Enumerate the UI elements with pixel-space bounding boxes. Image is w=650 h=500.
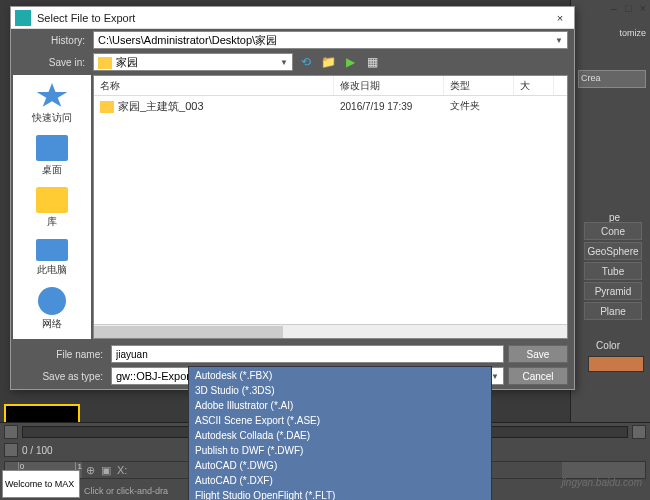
- dd-dae[interactable]: Autodesk Collada (*.DAE): [189, 427, 491, 442]
- save-button[interactable]: Save: [508, 345, 568, 363]
- key-icon[interactable]: [4, 443, 18, 457]
- dd-ai[interactable]: Adobe Illustrator (*.AI): [189, 397, 491, 412]
- saveastype-label: Save as type:: [17, 371, 107, 382]
- dd-dwg[interactable]: AutoCAD (*.DWG): [189, 457, 491, 472]
- file-list[interactable]: 名称 修改日期 类型 大 家园_主建筑_003 2016/7/19 17:39 …: [93, 75, 568, 339]
- x-coord-label: X:: [117, 464, 127, 476]
- welcome-panel: Welcome to MAX: [2, 470, 80, 498]
- cancel-button[interactable]: Cancel: [508, 367, 568, 385]
- dd-dxf[interactable]: AutoCAD (*.DXF): [189, 472, 491, 487]
- col-size[interactable]: 大: [514, 76, 554, 95]
- col-type[interactable]: 类型: [444, 76, 514, 95]
- color-label: Color: [596, 340, 620, 351]
- col-date[interactable]: 修改日期: [334, 76, 444, 95]
- dialog-title: Select File to Export: [31, 12, 550, 24]
- timeline-next-icon[interactable]: [632, 425, 646, 439]
- sidebar-item-network[interactable]: 网络: [13, 283, 91, 335]
- chevron-down-icon: ▼: [491, 372, 499, 381]
- export-dialog: Select File to Export × History: C:\User…: [10, 6, 575, 390]
- history-label: History:: [17, 35, 89, 46]
- new-folder-icon[interactable]: ▶: [341, 53, 359, 71]
- folder-icon: [36, 187, 68, 213]
- scrollbar-thumb[interactable]: [94, 326, 283, 338]
- dd-ase[interactable]: ASCII Scene Export (*.ASE): [189, 412, 491, 427]
- col-name[interactable]: 名称: [94, 76, 334, 95]
- chevron-down-icon: ▼: [555, 36, 563, 45]
- network-icon: [38, 287, 66, 315]
- folder-icon: [98, 57, 112, 69]
- minimize-icon[interactable]: –: [611, 2, 617, 14]
- maximize-icon[interactable]: □: [625, 2, 632, 14]
- create-tab[interactable]: Crea: [578, 70, 646, 88]
- places-sidebar: 快速访问 桌面 库 此电脑 网络: [13, 75, 91, 339]
- sidebar-item-desktop[interactable]: 桌面: [13, 131, 91, 181]
- filetype-dropdown[interactable]: Autodesk (*.FBX) 3D Studio (*.3DS) Adobe…: [188, 366, 492, 500]
- sidebar-item-thispc[interactable]: 此电脑: [13, 235, 91, 281]
- dd-3ds[interactable]: 3D Studio (*.3DS): [189, 382, 491, 397]
- monitor-icon: [36, 135, 68, 161]
- filename-label: File name:: [17, 349, 107, 360]
- tool-icon-2[interactable]: ▣: [101, 464, 111, 477]
- color-swatch[interactable]: [588, 356, 644, 372]
- pc-icon: [36, 239, 68, 261]
- close-icon[interactable]: ×: [640, 2, 646, 14]
- dialog-close-icon[interactable]: ×: [550, 8, 570, 28]
- cone-button[interactable]: Cone: [584, 222, 642, 240]
- app-icon: [15, 10, 31, 26]
- file-row[interactable]: 家园_主建筑_003 2016/7/19 17:39 文件夹: [94, 96, 567, 116]
- plane-button[interactable]: Plane: [584, 302, 642, 320]
- savein-label: Save in:: [17, 57, 89, 68]
- savein-value: 家园: [116, 56, 138, 68]
- savein-combo[interactable]: 家园 ▼: [93, 53, 293, 71]
- scrollbar[interactable]: [94, 324, 567, 338]
- history-value: C:\Users\Administrator\Desktop\家园: [98, 33, 277, 48]
- pyramid-button[interactable]: Pyramid: [584, 282, 642, 300]
- menu-customize[interactable]: tomize: [619, 28, 646, 38]
- back-icon[interactable]: ⟲: [297, 53, 315, 71]
- geosphere-button[interactable]: GeoSphere: [584, 242, 642, 260]
- dd-dwf[interactable]: Publish to DWF (*.DWF): [189, 442, 491, 457]
- status-hint: Click or click-and-dra: [84, 486, 168, 496]
- tube-button[interactable]: Tube: [584, 262, 642, 280]
- frame-counter: 0 / 100: [22, 445, 53, 456]
- history-combo[interactable]: C:\Users\Administrator\Desktop\家园 ▼: [93, 31, 568, 49]
- dd-flt[interactable]: Flight Studio OpenFlight (*.FLT): [189, 487, 491, 500]
- chevron-down-icon: ▼: [280, 58, 288, 67]
- filename-input[interactable]: [111, 345, 504, 363]
- timeline-prev-icon[interactable]: [4, 425, 18, 439]
- folder-icon: [100, 101, 114, 113]
- dd-fbx[interactable]: Autodesk (*.FBX): [189, 367, 491, 382]
- tool-icon[interactable]: ⊕: [86, 464, 95, 477]
- star-icon: [36, 83, 68, 109]
- up-icon[interactable]: 📁: [319, 53, 337, 71]
- sidebar-item-libraries[interactable]: 库: [13, 183, 91, 233]
- view-icon[interactable]: ▦: [363, 53, 381, 71]
- watermark: jingyan.baidu.com: [561, 477, 642, 488]
- sidebar-item-quickaccess[interactable]: 快速访问: [13, 79, 91, 129]
